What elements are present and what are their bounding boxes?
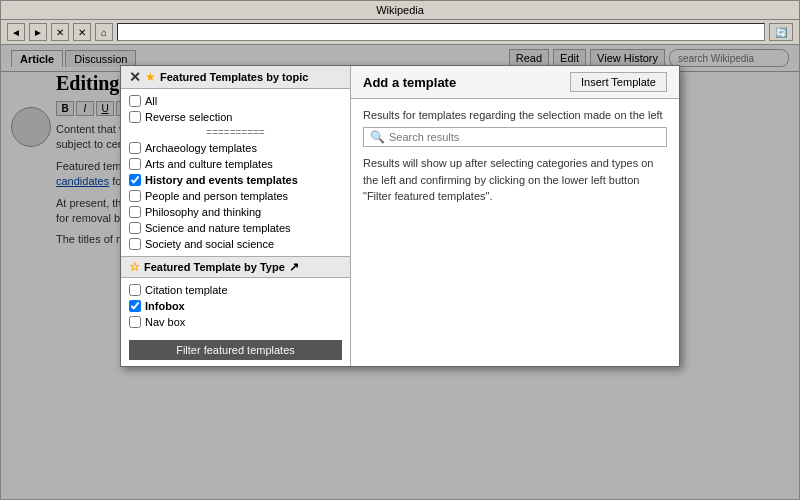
checkbox-infobox[interactable]: Infobox — [121, 298, 350, 314]
home-button[interactable]: ⌂ — [95, 23, 113, 41]
modal-right-header: Add a template Insert Template — [351, 66, 679, 99]
checkbox-society-input[interactable] — [129, 238, 141, 250]
checkbox-society-label: Society and social science — [145, 238, 274, 250]
browser-content: Article Discussion Read Edit View Histor… — [1, 45, 799, 499]
browser-window: Wikipedia ◄ ► ✕ ✕ ⌂ 🔄 Article Discussion… — [0, 0, 800, 500]
checkbox-citation-input[interactable] — [129, 284, 141, 296]
filter-button[interactable]: Filter featured templates — [129, 340, 342, 360]
checkbox-all-input[interactable] — [129, 95, 141, 107]
go-button[interactable]: 🔄 — [769, 23, 793, 41]
checkbox-archaeology[interactable]: Archaeology templates — [121, 140, 350, 156]
type-section-label: Featured Template by Type — [144, 261, 285, 273]
checkbox-navbox[interactable]: Nav box — [121, 314, 350, 330]
checkbox-infobox-input[interactable] — [129, 300, 141, 312]
modal-right-body: Results for templates regarding the sele… — [351, 99, 679, 366]
checkbox-arts[interactable]: Arts and culture templates — [121, 156, 350, 172]
checkbox-all-label: All — [145, 95, 157, 107]
left-panel-header-text: Featured Templates by topic — [160, 71, 308, 83]
checkbox-people-input[interactable] — [129, 190, 141, 202]
separator: ========== — [121, 125, 350, 140]
wiki-page: Article Discussion Read Edit View Histor… — [1, 45, 799, 499]
checkbox-philosophy-input[interactable] — [129, 206, 141, 218]
forward-button[interactable]: ► — [29, 23, 47, 41]
checkbox-philosophy[interactable]: Philosophy and thinking — [121, 204, 350, 220]
modal-right-panel: Add a template Insert Template Results f… — [351, 66, 679, 366]
cursor-indicator: ↗ — [289, 260, 299, 274]
insert-template-button[interactable]: Insert Template — [570, 72, 667, 92]
checkbox-navbox-label: Nav box — [145, 316, 185, 328]
star-icon: ★ — [145, 70, 156, 84]
checkbox-science-label: Science and nature templates — [145, 222, 291, 234]
modal-left-panel: ✕ ★ Featured Templates by topic All — [121, 66, 351, 366]
add-template-modal: ✕ ★ Featured Templates by topic All — [120, 65, 680, 367]
search-icon: 🔍 — [370, 130, 385, 144]
type-checkbox-list: Citation template Infobox Nav box — [121, 278, 350, 334]
title-bar: Wikipedia — [1, 1, 799, 20]
checkbox-philosophy-label: Philosophy and thinking — [145, 206, 261, 218]
checkbox-science-input[interactable] — [129, 222, 141, 234]
checkbox-citation[interactable]: Citation template — [121, 282, 350, 298]
checkbox-science[interactable]: Science and nature templates — [121, 220, 350, 236]
checkbox-people-label: People and person templates — [145, 190, 288, 202]
address-bar[interactable] — [117, 23, 765, 41]
search-results-input[interactable] — [389, 131, 660, 143]
modal-overlay: ✕ ★ Featured Templates by topic All — [1, 45, 799, 499]
checkbox-all[interactable]: All — [121, 93, 350, 109]
checkbox-reverse-label: Reverse selection — [145, 111, 232, 123]
checkbox-archaeology-input[interactable] — [129, 142, 141, 154]
results-label: Results for templates regarding the sele… — [363, 109, 667, 121]
back-button[interactable]: ◄ — [7, 23, 25, 41]
checkbox-history[interactable]: History and events templates — [121, 172, 350, 188]
results-info-text: Results will show up after selecting cat… — [363, 155, 667, 205]
type-star-icon: ☆ — [129, 260, 140, 274]
checkbox-reverse[interactable]: Reverse selection — [121, 109, 350, 125]
checkbox-people[interactable]: People and person templates — [121, 188, 350, 204]
type-section-header: ☆ Featured Template by Type ↗ — [121, 256, 350, 278]
modal-title: Add a template — [363, 75, 456, 90]
checkbox-history-input[interactable] — [129, 174, 141, 186]
nav-bar: ◄ ► ✕ ✕ ⌂ 🔄 — [1, 20, 799, 45]
checkbox-infobox-label: Infobox — [145, 300, 185, 312]
checkbox-history-label: History and events templates — [145, 174, 298, 186]
search-box-wrap[interactable]: 🔍 — [363, 127, 667, 147]
browser-title: Wikipedia — [376, 4, 424, 16]
checkbox-arts-label: Arts and culture templates — [145, 158, 273, 170]
checkbox-citation-label: Citation template — [145, 284, 228, 296]
checkbox-navbox-input[interactable] — [129, 316, 141, 328]
stop-button[interactable]: ✕ — [51, 23, 69, 41]
modal-left-header: ✕ ★ Featured Templates by topic — [121, 66, 350, 89]
refresh-button[interactable]: ✕ — [73, 23, 91, 41]
close-button[interactable]: ✕ — [129, 70, 141, 84]
checkbox-society[interactable]: Society and social science — [121, 236, 350, 252]
topic-checkbox-list: All Reverse selection ========== Archaeo… — [121, 89, 350, 256]
checkbox-arts-input[interactable] — [129, 158, 141, 170]
checkbox-archaeology-label: Archaeology templates — [145, 142, 257, 154]
checkbox-reverse-input[interactable] — [129, 111, 141, 123]
